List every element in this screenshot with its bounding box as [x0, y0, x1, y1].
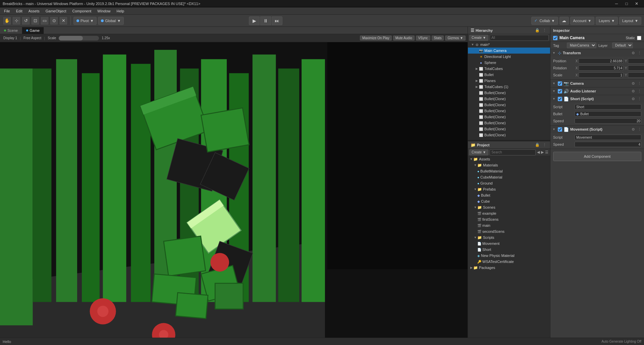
short-settings-btn[interactable]: ⚙	[631, 96, 636, 101]
short-script-checkbox[interactable]	[558, 97, 562, 101]
movement-script-header[interactable]: ▼ 📄 Movement (Script) ⚙ ⋮	[550, 126, 644, 133]
project-new-physic-material[interactable]: ◈ New Physic Material	[468, 253, 550, 259]
project-wsa-cert[interactable]: 🔑 WSATestCertificate	[468, 259, 550, 265]
menu-assets[interactable]: Assets	[26, 8, 42, 14]
hierarchy-item-bullet-clone-6[interactable]: ⬜ Bullet(Clone)	[468, 120, 550, 126]
move-tool[interactable]: ⊹	[12, 16, 21, 25]
object-active-checkbox[interactable]	[553, 36, 557, 40]
hand-tool[interactable]: ✋	[3, 16, 11, 25]
project-scenes-folder[interactable]: ▼ 📁 Scenes	[468, 204, 550, 210]
stats-btn[interactable]: Stats	[432, 36, 444, 41]
menu-edit[interactable]: Edit	[13, 8, 25, 14]
account-button[interactable]: Account ▼	[570, 17, 595, 25]
audio-settings-btn[interactable]: ⚙	[631, 88, 636, 94]
maximize-on-play-btn[interactable]: Maximize On Play	[360, 36, 392, 41]
play-button[interactable]: ▶	[249, 16, 260, 25]
transform-settings-btn[interactable]: ⚙	[631, 50, 636, 56]
project-search[interactable]	[490, 149, 536, 155]
pivot-button[interactable]: Pivot ▼	[73, 17, 97, 25]
camera-overflow-btn[interactable]: ⋮	[637, 81, 642, 86]
rect-tool[interactable]: ▭	[40, 16, 49, 25]
scale-slider[interactable]	[59, 36, 99, 41]
project-firstscens-scene[interactable]: 🎬 firstScens	[468, 216, 550, 222]
collab-button[interactable]: ✓ Collab ▼	[531, 17, 558, 25]
gizmos-btn[interactable]: Gizmos ▼	[445, 36, 466, 41]
project-example-scene[interactable]: 🎬 example	[468, 210, 550, 216]
audio-enabled-checkbox[interactable]	[558, 89, 562, 93]
hierarchy-more-btn[interactable]: ⋮	[541, 28, 547, 33]
project-assets-folder[interactable]: ▼ 📁 Assets	[468, 156, 550, 162]
rot-x-input[interactable]	[579, 65, 623, 71]
step-button[interactable]: ⏭	[272, 16, 282, 25]
short-bullet-field[interactable]: ◆ Bullet	[575, 111, 641, 117]
camera-settings-btn[interactable]: ⚙	[631, 81, 636, 86]
movement-speed-input[interactable]	[575, 142, 641, 147]
hierarchy-item-bullet-clone-1[interactable]: ⬜ Bullet(Clone)	[468, 90, 550, 96]
project-forward-btn[interactable]: ▶	[541, 150, 544, 155]
tag-select[interactable]: MainCamera	[567, 43, 596, 48]
hierarchy-item-bullet-clone-4[interactable]: ⬜ Bullet(Clone)	[468, 108, 550, 114]
menu-help[interactable]: Help	[114, 8, 127, 14]
hierarchy-item-bullet-clone-3[interactable]: ⬜ Bullet(Clone)	[468, 102, 550, 108]
movement-overflow-btn[interactable]: ⋮	[637, 127, 642, 132]
transform-header[interactable]: ▼ ⊹ Transform ⚙ ⋮	[550, 49, 644, 57]
project-short-script[interactable]: 📄 Short	[468, 247, 550, 253]
hierarchy-item-bullet-clone-7[interactable]: ⬜ Bullet(Clone)	[468, 126, 550, 132]
global-button[interactable]: Global ▼	[98, 17, 124, 25]
minimize-button[interactable]: ─	[612, 0, 621, 7]
hierarchy-item-bullet-clone-8[interactable]: ⬜ Bullet(Clone)	[468, 132, 550, 138]
project-more-btn[interactable]: ⋮	[541, 142, 547, 148]
hierarchy-item-directional-light[interactable]: ☀ Directional Light	[468, 54, 550, 60]
static-checkbox[interactable]	[637, 36, 641, 40]
movement-settings-btn[interactable]: ⚙	[631, 127, 636, 132]
hierarchy-lock-btn[interactable]: 🔒	[534, 28, 540, 33]
pos-y-input[interactable]	[628, 58, 644, 64]
project-main-scene[interactable]: 🎬 main	[468, 222, 550, 228]
short-overflow-btn[interactable]: ⋮	[637, 96, 642, 101]
layer-select[interactable]: Default	[612, 43, 633, 48]
audio-overflow-btn[interactable]: ⋮	[637, 88, 642, 94]
pos-x-input[interactable]	[579, 58, 623, 64]
project-bullet-prefab[interactable]: ◆ Bullet	[468, 192, 550, 198]
hierarchy-create-btn[interactable]: Create ▼	[469, 35, 488, 41]
project-lock-btn[interactable]: 🔒	[534, 142, 540, 148]
project-movement-script[interactable]: 📄 Movement	[468, 240, 550, 247]
short-speed-input[interactable]	[575, 118, 641, 124]
hierarchy-search[interactable]	[490, 35, 549, 41]
custom-tool[interactable]: ✕	[59, 16, 68, 25]
project-secondscens-scene[interactable]: 🎬 secondScens	[468, 228, 550, 234]
project-bullet-material[interactable]: ● BulletMaterial	[468, 168, 550, 174]
add-component-button[interactable]: Add Component	[553, 152, 641, 161]
scene-view[interactable]: Hello	[0, 42, 468, 338]
hierarchy-item-planes[interactable]: ▶ ⬜ Planes	[468, 78, 550, 84]
rot-y-input[interactable]	[628, 65, 644, 71]
object-name-field[interactable]	[559, 36, 624, 40]
scale-x-input[interactable]	[579, 72, 623, 78]
project-materials-folder[interactable]: ▼ 📁 Materials	[468, 162, 550, 168]
aspect-selector[interactable]: Free Aspect	[22, 36, 43, 40]
hierarchy-item-bullet[interactable]: ⬜ Bullet	[468, 72, 550, 78]
scene-tab[interactable]: Scene	[0, 27, 22, 34]
project-create-btn[interactable]: Create ▼	[469, 149, 488, 155]
hierarchy-item-sphere[interactable]: ● Sphere	[468, 60, 550, 66]
movement-script-checkbox[interactable]	[558, 127, 562, 132]
project-cube-material[interactable]: ● CubeMaterial	[468, 174, 550, 180]
layout-button[interactable]: Layout ▼	[619, 17, 641, 25]
camera-enabled-checkbox[interactable]	[558, 81, 562, 86]
scale-y-input[interactable]	[628, 72, 644, 78]
movement-script-value[interactable]: Movement	[575, 135, 641, 140]
menu-gameobject[interactable]: GameObject	[43, 8, 69, 14]
project-ground-material[interactable]: ● Ground	[468, 180, 550, 186]
maximize-button[interactable]: □	[622, 0, 631, 7]
hierarchy-root[interactable]: ▼ ⊙ main*	[468, 42, 550, 48]
close-button[interactable]: ✕	[632, 0, 641, 7]
scale-tool[interactable]: ⊡	[31, 16, 40, 25]
cloud-button[interactable]: ☁	[559, 17, 569, 25]
project-back-btn[interactable]: ◀	[537, 150, 540, 155]
project-scripts-folder[interactable]: ▼ 📁 Scripts	[468, 234, 550, 240]
game-tab[interactable]: Game	[22, 27, 44, 34]
pause-button[interactable]: ⏸	[260, 16, 271, 25]
hierarchy-item-totalcubes1[interactable]: ▶ ⬜ TotalCubes (1)	[468, 84, 550, 90]
hierarchy-item-bullet-clone-2[interactable]: ⬜ Bullet(Clone)	[468, 96, 550, 102]
rotate-tool[interactable]: ↺	[21, 16, 30, 25]
